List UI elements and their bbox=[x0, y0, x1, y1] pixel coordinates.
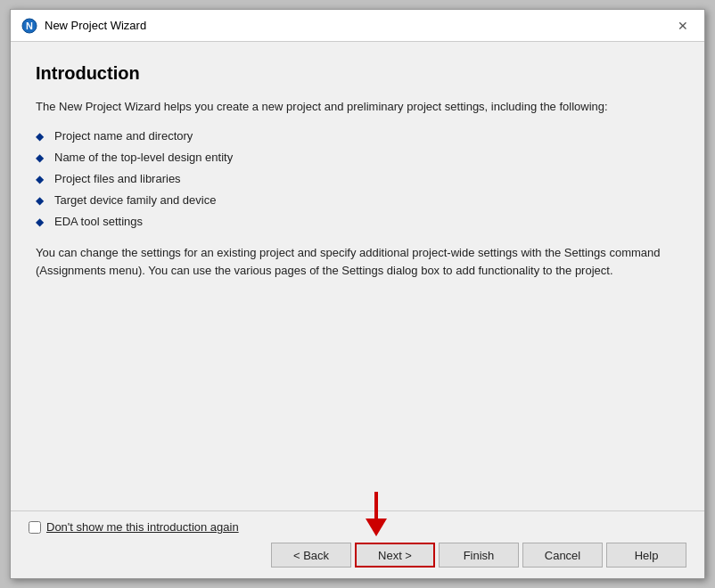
title-bar-left: N New Project Wizard bbox=[21, 18, 146, 34]
help-button[interactable]: Help bbox=[606, 543, 686, 568]
bullet-icon: ◆ bbox=[36, 129, 44, 144]
bullet-icon: ◆ bbox=[36, 151, 44, 166]
list-item: ◆ EDA tool settings bbox=[36, 214, 679, 230]
title-bar: N New Project Wizard ✕ bbox=[11, 10, 704, 42]
bullet-text: Target device family and device bbox=[54, 192, 216, 208]
bullet-icon: ◆ bbox=[36, 172, 44, 187]
svg-text:N: N bbox=[26, 20, 33, 31]
back-button[interactable]: < Back bbox=[271, 543, 351, 568]
list-item: ◆ Project name and directory bbox=[36, 128, 679, 144]
list-item: ◆ Name of the top-level design entity bbox=[36, 150, 679, 166]
bullet-list: ◆ Project name and directory ◆ Name of t… bbox=[36, 128, 679, 231]
dialog-title: New Project Wizard bbox=[45, 19, 146, 32]
next-button[interactable]: Next > bbox=[355, 543, 435, 568]
intro-paragraph: The New Project Wizard helps you create … bbox=[36, 98, 679, 116]
annotation-arrow bbox=[349, 487, 403, 541]
wizard-icon: N bbox=[21, 18, 37, 34]
button-row: < Back Next > Finish Cancel Help bbox=[29, 543, 686, 568]
finish-button[interactable]: Finish bbox=[439, 543, 519, 568]
bullet-text: Project name and directory bbox=[54, 128, 193, 144]
bullet-icon: ◆ bbox=[36, 193, 44, 208]
footer-area: Don't show me this introduction again < … bbox=[11, 510, 704, 578]
dont-show-label[interactable]: Don't show me this introduction again bbox=[46, 520, 239, 534]
bullet-text: Project files and libraries bbox=[54, 171, 181, 187]
bullet-text: Name of the top-level design entity bbox=[54, 150, 233, 166]
bullet-icon: ◆ bbox=[36, 215, 44, 230]
content-area: Introduction The New Project Wizard help… bbox=[11, 42, 704, 510]
close-button[interactable]: ✕ bbox=[672, 15, 694, 37]
cancel-button[interactable]: Cancel bbox=[522, 543, 603, 568]
list-item: ◆ Target device family and device bbox=[36, 192, 679, 208]
new-project-wizard-dialog: N New Project Wizard ✕ Introduction The … bbox=[10, 9, 705, 579]
dont-show-checkbox[interactable] bbox=[29, 521, 41, 534]
bullet-text: EDA tool settings bbox=[54, 214, 143, 230]
settings-paragraph: You can change the settings for an exist… bbox=[36, 244, 679, 279]
page-heading: Introduction bbox=[36, 63, 679, 84]
list-item: ◆ Project files and libraries bbox=[36, 171, 679, 187]
svg-marker-3 bbox=[366, 519, 387, 536]
